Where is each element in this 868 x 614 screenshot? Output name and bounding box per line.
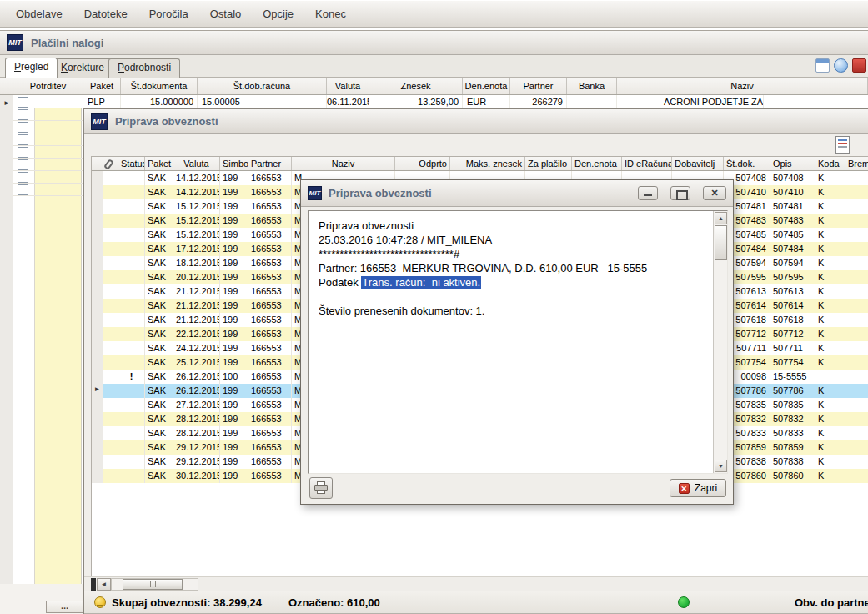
- dialog-titlebar[interactable]: MIT Priprava obveznosti: [301, 180, 733, 207]
- dialog-line: [319, 289, 703, 304]
- col-paket[interactable]: Paket: [145, 157, 173, 170]
- col-status[interactable]: Status: [118, 157, 145, 170]
- maximize-button[interactable]: [670, 186, 690, 200]
- obligations-window-title: Priprava obveznosti: [115, 115, 218, 128]
- row-marker: [92, 313, 103, 327]
- col-valuta[interactable]: Valuta: [173, 157, 220, 170]
- zapri-button[interactable]: Zapri: [670, 479, 726, 497]
- col-naziv[interactable]: Naziv: [292, 157, 395, 170]
- col-koda[interactable]: Koda: [815, 157, 845, 170]
- row-marker: [92, 299, 103, 313]
- confirm-checkbox[interactable]: [18, 109, 28, 120]
- zapri-button-label: Zapri: [695, 482, 717, 494]
- row-marker: [0, 95, 13, 108]
- scroll-up-icon[interactable]: [715, 212, 727, 224]
- confirm-checkbox[interactable]: [18, 134, 28, 145]
- scroll-down-icon[interactable]: [715, 460, 727, 472]
- report-icon[interactable]: [835, 136, 850, 154]
- table-row[interactable]: [13, 171, 83, 184]
- scrollbar-edge-block: [91, 578, 96, 591]
- scroll-left-button[interactable]: [97, 578, 111, 591]
- payment-table-row[interactable]: PLP 15.000000 15.00005 06.11.2015 13.259…: [0, 95, 868, 108]
- confirm-checkbox[interactable]: [18, 172, 28, 183]
- paperclip-icon: [103, 159, 114, 170]
- col-st-dok[interactable]: Št.dok.: [724, 157, 770, 170]
- col-st-dokumenta[interactable]: Št.dokumenta: [121, 78, 198, 94]
- row-marker: [92, 440, 103, 455]
- menu-item-datoteke[interactable]: Datoteke: [73, 3, 138, 24]
- scrollbar-thumb[interactable]: [123, 579, 183, 590]
- table-row[interactable]: [13, 146, 83, 159]
- selected-text: Trans. račun: ni aktiven.: [361, 276, 481, 289]
- row-marker-column: [0, 108, 13, 584]
- table-row[interactable]: [13, 133, 83, 146]
- confirm-checkbox[interactable]: [18, 97, 28, 108]
- col-simbol[interactable]: Simbol: [220, 157, 248, 170]
- red-x-icon: [679, 483, 690, 494]
- col-banka[interactable]: Banka: [567, 78, 617, 94]
- status-bar: Skupaj obveznosti: 38.299,24 Označeno: 6…: [84, 591, 868, 613]
- mit-logo-icon: MIT: [7, 34, 23, 51]
- menu-item-porocila[interactable]: Poročila: [138, 3, 199, 24]
- row-marker: [92, 384, 103, 398]
- col-st-dob-racuna[interactable]: Št.dob.računa: [198, 78, 327, 94]
- print-button[interactable]: [309, 477, 333, 499]
- row-marker: [92, 256, 103, 270]
- minimize-button[interactable]: [638, 186, 658, 200]
- confirm-checkbox[interactable]: [18, 147, 28, 158]
- menu-item-opcije[interactable]: Opcije: [252, 3, 304, 24]
- confirm-checkbox[interactable]: [18, 159, 28, 170]
- row-marker: [92, 185, 103, 199]
- col-za-placilo[interactable]: Za plačilo: [525, 157, 572, 170]
- row-marker: [92, 341, 103, 355]
- scrollbar-thumb[interactable]: [715, 225, 727, 260]
- col-valuta[interactable]: Valuta: [327, 78, 369, 94]
- menu-item-konec[interactable]: Konec: [304, 3, 357, 24]
- col-den-enota[interactable]: Den.enota: [572, 157, 622, 170]
- col-znesek[interactable]: Znesek: [369, 78, 463, 94]
- tab-podrobnosti[interactable]: Podrobnosti: [108, 58, 180, 78]
- table-row[interactable]: [13, 108, 83, 121]
- table-row[interactable]: [13, 159, 83, 171]
- tab-pregled[interactable]: Pregled: [5, 58, 58, 78]
- obligations-toolbar: [84, 134, 868, 156]
- obligations-table-header: Status Paket Valuta Simbol Partner Naziv…: [92, 157, 868, 171]
- menu-item-obdelave[interactable]: Obdelave: [5, 3, 73, 24]
- row-marker: [92, 355, 103, 370]
- obligations-window-titlebar[interactable]: MIT Priprava obveznosti: [84, 109, 868, 134]
- spreadsheet-icon[interactable]: [815, 58, 830, 73]
- row-marker: [92, 412, 103, 426]
- col-dobavitelj[interactable]: Dobavitelj: [672, 157, 724, 170]
- scrollbar-track[interactable]: [111, 578, 198, 591]
- red-tool-icon[interactable]: [852, 58, 866, 73]
- col-naziv[interactable]: Naziv: [617, 78, 868, 94]
- col-partner[interactable]: Partner: [248, 157, 292, 170]
- payment-table-header: Potrditev Paket Št.dokumenta Št.dob.raču…: [0, 78, 868, 95]
- col-partner[interactable]: Partner: [510, 78, 567, 94]
- obligations-dialog: MIT Priprava obveznosti Priprava obvezno…: [300, 179, 734, 505]
- dialog-message-area: Priprava obveznosti25.03.2016 10:47:28 /…: [308, 210, 728, 474]
- dialog-line: Število prenesenih dokumentov: 1.: [319, 304, 703, 318]
- status-selected: Označeno: 610,00: [288, 596, 380, 609]
- col-brem[interactable]: Brem: [845, 157, 868, 170]
- col-paket[interactable]: Paket: [83, 78, 121, 94]
- mit-logo-icon: MIT: [308, 186, 322, 200]
- col-odprto[interactable]: Odprto: [395, 157, 450, 170]
- col-id-eracuna[interactable]: ID eRačuna: [622, 157, 672, 170]
- menu-item-ostalo[interactable]: Ostalo: [199, 3, 253, 24]
- col-den-enota[interactable]: Den.enota: [463, 78, 510, 94]
- table-row[interactable]: [13, 184, 83, 196]
- row-marker: [92, 199, 103, 214]
- globe-icon[interactable]: [834, 58, 848, 73]
- mit-logo-icon: MIT: [91, 113, 108, 130]
- tab-korekture[interactable]: Korekture: [52, 58, 113, 78]
- green-indicator: [678, 596, 690, 608]
- table-row[interactable]: [13, 121, 83, 133]
- col-opis[interactable]: Opis: [770, 157, 815, 170]
- confirm-checkbox[interactable]: [18, 184, 28, 195]
- close-icon[interactable]: [703, 186, 726, 200]
- col-potrditev[interactable]: Potrditev: [13, 78, 83, 94]
- confirm-checkbox[interactable]: [18, 122, 28, 133]
- col-maks-znesek[interactable]: Maks. znesek: [450, 157, 525, 170]
- payment-window-titlebar[interactable]: MIT Plačilni nalogi: [0, 30, 868, 55]
